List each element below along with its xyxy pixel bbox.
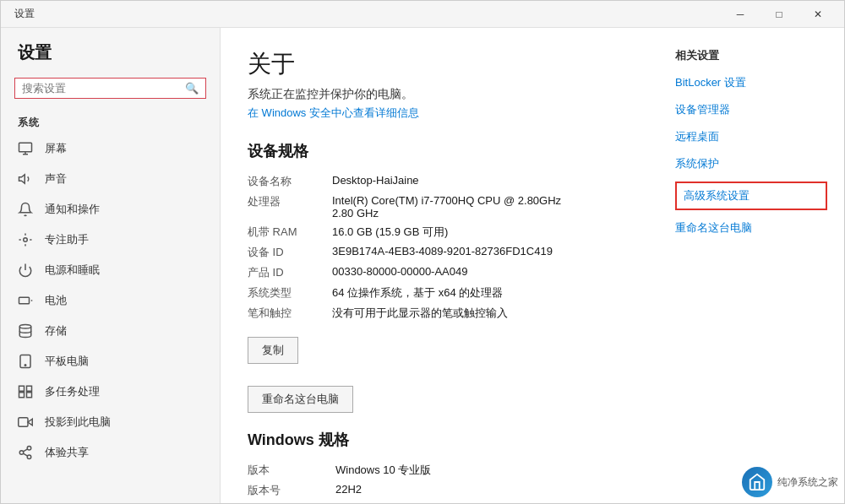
related-link-bitlocker[interactable]: BitLocker 设置	[675, 73, 827, 92]
titlebar-controls: ─ □ ✕	[721, 1, 837, 28]
search-input[interactable]	[22, 82, 185, 95]
svg-marker-14	[28, 419, 32, 425]
sidebar-item-tablet[interactable]: 平板电脑	[1, 346, 220, 377]
sidebar-item-notification-label: 通知和操作	[45, 202, 100, 217]
sidebar-header: 设置	[1, 28, 220, 71]
device-specs-table: 设备名称Desktop-HaiJaine处理器Intel(R) Core(TM)…	[248, 171, 631, 323]
svg-point-18	[27, 455, 31, 459]
maximize-button[interactable]: □	[760, 1, 799, 28]
sidebar-item-power[interactable]: 电源和睡眠	[1, 255, 220, 285]
copy-button[interactable]: 复制	[248, 337, 298, 364]
table-row: 处理器Intel(R) Core(TM) i7-7700HQ CPU @ 2.8…	[248, 192, 631, 222]
sidebar-item-sound[interactable]: 声音	[1, 164, 220, 194]
power-icon	[18, 263, 33, 278]
project-icon	[18, 415, 33, 430]
sound-icon	[18, 171, 33, 187]
rename-pc-button[interactable]: 重命名这台电脑	[248, 386, 353, 413]
notification-icon	[18, 202, 33, 217]
search-icon: 🔍	[185, 82, 199, 95]
table-row: 版本Windows 10 专业版	[248, 460, 631, 480]
watermark-logo	[742, 467, 772, 497]
close-button[interactable]: ✕	[799, 1, 837, 28]
spec-label: 机带 RAM	[248, 222, 332, 242]
sidebar-item-storage-label: 存储	[45, 323, 67, 339]
spec-label: 处理器	[248, 192, 332, 222]
spec-value: 00330-80000-00000-AA049	[332, 263, 631, 283]
svg-line-20	[23, 449, 27, 452]
spec-value: 没有可用于此显示器的笔或触控输入	[332, 303, 631, 323]
watermark: 纯净系统之家	[742, 467, 838, 497]
sidebar-item-battery[interactable]: 电池	[1, 285, 220, 316]
sidebar-item-focus[interactable]: 专注助手	[1, 225, 220, 255]
sidebar-item-power-label: 电源和睡眠	[45, 263, 100, 278]
battery-icon	[18, 293, 33, 308]
svg-rect-0	[19, 143, 32, 152]
svg-point-16	[27, 447, 31, 451]
watermark-text: 纯净系统之家	[777, 475, 838, 490]
minimize-button[interactable]: ─	[721, 1, 760, 28]
table-row: 机带 RAM16.0 GB (15.9 GB 可用)	[248, 222, 631, 242]
sidebar-item-sound-label: 声音	[45, 171, 67, 187]
windows-specs-table: 版本Windows 10 专业版版本号22H2安装日期2021/9/3操作系统内…	[248, 460, 631, 503]
svg-rect-12	[19, 393, 25, 398]
related-link-remote-desktop[interactable]: 远程桌面	[675, 127, 827, 146]
table-row: 设备 ID3E9B174A-4EB3-4089-9201-82736FD1C41…	[248, 242, 631, 263]
related-link-rename-pc[interactable]: 重命名这台电脑	[675, 219, 827, 237]
storage-icon	[18, 323, 33, 339]
spec-label: 版本	[248, 460, 335, 480]
sidebar-item-share[interactable]: 体验共享	[1, 437, 220, 468]
screen-icon	[18, 141, 33, 156]
related-settings-title: 相关设置	[675, 48, 827, 63]
spec-label: 设备名称	[248, 171, 332, 192]
sidebar-item-battery-label: 电池	[45, 293, 67, 308]
sidebar-item-tablet-label: 平板电脑	[45, 354, 89, 369]
related-link-system-protection[interactable]: 系统保护	[675, 154, 827, 173]
table-row: 版本号22H2	[248, 480, 631, 501]
sidebar-item-multitask-label: 多任务处理	[45, 384, 100, 399]
svg-point-9	[25, 365, 26, 366]
window-body: 设置 🔍 系统 屏幕 声音	[1, 28, 844, 503]
sidebar-item-project-label: 投影到此电脑	[45, 415, 111, 430]
sidebar-item-notification[interactable]: 通知和操作	[1, 194, 220, 225]
table-row: 安装日期2021/9/3	[248, 501, 631, 503]
related-link-device-manager[interactable]: 设备管理器	[675, 100, 827, 119]
settings-window: 设置 ─ □ ✕ 设置 🔍 系统 屏幕	[0, 0, 845, 504]
sidebar: 设置 🔍 系统 屏幕 声音	[1, 28, 221, 503]
titlebar: 设置 ─ □ ✕	[1, 1, 844, 28]
spec-value: 3E9B174A-4EB3-4089-9201-82736FD1C419	[332, 242, 631, 263]
svg-marker-3	[19, 175, 25, 184]
related-link-advanced-settings[interactable]: 高级系统设置	[675, 182, 827, 210]
sidebar-section-label: 系统	[1, 109, 220, 133]
share-icon	[18, 445, 33, 460]
svg-rect-15	[19, 418, 28, 427]
spec-value: 16.0 GB (15.9 GB 可用)	[332, 222, 631, 242]
device-specs-title: 设备规格	[248, 141, 631, 161]
spec-value: Desktop-HaiJaine	[332, 171, 631, 192]
spec-value: 64 位操作系统，基于 x64 的处理器	[332, 283, 631, 303]
focus-icon	[18, 232, 33, 247]
security-link[interactable]: 在 Windows 安全中心查看详细信息	[248, 106, 631, 121]
search-box[interactable]: 🔍	[14, 78, 206, 99]
table-row: 设备名称Desktop-HaiJaine	[248, 171, 631, 192]
sidebar-item-focus-label: 专注助手	[45, 232, 89, 247]
sidebar-item-storage[interactable]: 存储	[1, 316, 220, 346]
sidebar-item-screen[interactable]: 屏幕	[1, 133, 220, 164]
multitask-icon	[18, 384, 33, 399]
svg-point-7	[19, 325, 31, 329]
table-row: 笔和触控没有可用于此显示器的笔或触控输入	[248, 303, 631, 323]
right-panel: 相关设置 BitLocker 设置设备管理器远程桌面系统保护高级系统设置重命名这…	[658, 28, 844, 503]
sidebar-item-project[interactable]: 投影到此电脑	[1, 407, 220, 437]
spec-label: 产品 ID	[248, 263, 332, 283]
tablet-icon	[18, 354, 33, 369]
spec-value: 22H2	[335, 480, 631, 501]
table-row: 产品 ID00330-80000-00000-AA049	[248, 263, 631, 283]
table-row: 系统类型64 位操作系统，基于 x64 的处理器	[248, 283, 631, 303]
svg-line-19	[23, 453, 27, 456]
spec-label: 笔和触控	[248, 303, 332, 323]
svg-rect-11	[27, 386, 32, 391]
spec-label: 系统类型	[248, 283, 332, 303]
sidebar-item-multitask[interactable]: 多任务处理	[1, 377, 220, 407]
svg-point-17	[19, 451, 24, 455]
main-content: 关于 系统正在监控并保护你的电脑。 在 Windows 安全中心查看详细信息 设…	[221, 28, 658, 503]
spec-label: 设备 ID	[248, 242, 332, 263]
